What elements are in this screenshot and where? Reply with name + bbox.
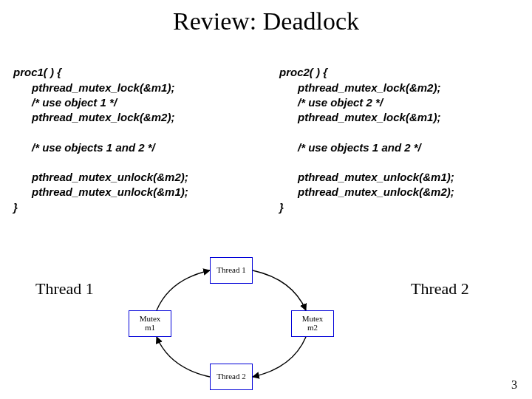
proc2-l0: proc2( ) {	[279, 66, 327, 78]
thread2-label: Thread 2	[411, 279, 469, 299]
deadlock-diagram: Thread 1 Thread 2 Mutexm1 Mutexm2	[124, 257, 338, 398]
proc1-code: proc1( ) { pthread_mutex_lock(&m1); /* u…	[13, 50, 265, 215]
proc2-l7: pthread_mutex_unlock(&m1);	[279, 171, 454, 183]
diagram-box-mutex-m1: Mutexm1	[129, 310, 171, 337]
diagram-box-thread2: Thread 2	[210, 364, 253, 390]
proc1-l1: pthread_mutex_lock(&m1);	[13, 81, 174, 94]
slide-number: 3	[511, 378, 517, 392]
proc2-l2: /* use object 2 */	[279, 96, 383, 109]
proc2-l1: pthread_mutex_lock(&m2);	[279, 81, 440, 94]
diagram-left-l1: Mutex	[140, 314, 161, 323]
proc2-l3: pthread_mutex_lock(&m1);	[279, 111, 440, 123]
proc2-code: proc2( ) { pthread_mutex_lock(&m2); /* u…	[279, 50, 531, 215]
proc2-l5: /* use objects 1 and 2 */	[279, 141, 421, 154]
proc1-l2: /* use object 1 */	[13, 96, 117, 109]
diagram-box-mutex-m2: Mutexm2	[291, 310, 334, 337]
slide: Review: Deadlock proc1( ) { pthread_mute…	[0, 0, 532, 399]
diagram-right-l2: m2	[307, 323, 318, 332]
proc1-l3: pthread_mutex_lock(&m2);	[13, 111, 174, 123]
proc1-l0: proc1( ) {	[13, 66, 61, 78]
diagram-box-thread1: Thread 1	[210, 257, 253, 284]
proc1-l5: /* use objects 1 and 2 */	[13, 141, 155, 154]
proc1-l7: pthread_mutex_unlock(&m2);	[13, 171, 188, 183]
diagram-left-l2: m1	[145, 323, 155, 332]
thread1-label: Thread 1	[35, 279, 94, 299]
proc1-l9: }	[13, 201, 18, 214]
diagram-right-l1: Mutex	[302, 314, 324, 323]
proc2-l8: pthread_mutex_unlock(&m2);	[279, 185, 454, 198]
diagram-top-label: Thread 1	[216, 266, 245, 275]
proc2-l9: }	[279, 201, 284, 214]
diagram-bottom-label: Thread 2	[216, 372, 245, 381]
page-title: Review: Deadlock	[0, 7, 532, 35]
proc1-l8: pthread_mutex_unlock(&m1);	[13, 185, 188, 198]
